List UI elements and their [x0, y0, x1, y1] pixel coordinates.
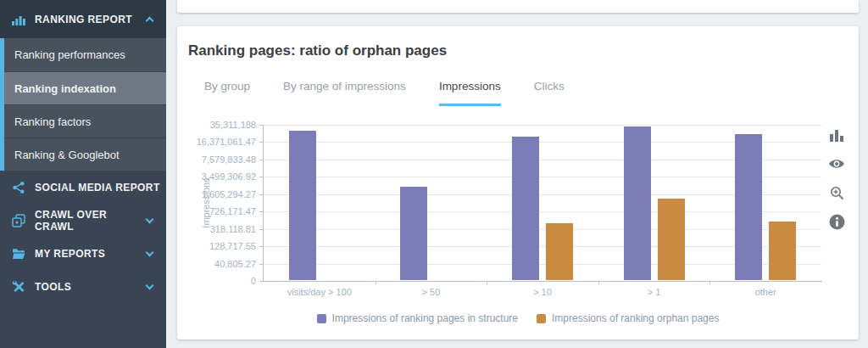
sidebar: RANKING REPORT Ranking performances Rank…	[0, 0, 166, 348]
y-tick-label: 7,579,833.48	[202, 154, 256, 165]
sidebar-item-crawl-over-crawl[interactable]: CRAWL OVER CRAWL	[0, 204, 166, 237]
sidebar-item-ranking-indexation[interactable]: Ranking indexation	[4, 71, 166, 104]
sidebar-item-label: RANKING REPORT	[35, 14, 147, 25]
y-axis-title: Impressions	[201, 177, 211, 227]
tools-icon	[11, 280, 26, 294]
previous-card-edge	[177, 0, 859, 13]
y-tick-label: 40,805.27	[214, 259, 256, 269]
legend-label: Impressions of ranking orphan pages	[552, 312, 719, 324]
x-category-label: other	[755, 287, 776, 297]
bar-orphan-pages[interactable]	[658, 199, 685, 280]
x-category-label: > 1	[648, 287, 661, 297]
sidebar-item-label: SOCIAL MEDIA REPORT	[35, 182, 166, 194]
legend-label: Impressions of ranking pages in structur…	[332, 312, 518, 324]
visibility-icon[interactable]	[828, 155, 845, 172]
chart-tabs: By group By range of impressions Impress…	[204, 80, 565, 106]
bar-pages-in-structure[interactable]	[512, 137, 539, 280]
chevron-up-icon	[146, 17, 154, 25]
sidebar-item-social-media-report[interactable]: SOCIAL MEDIA REPORT	[0, 171, 166, 204]
sidebar-item-label: Ranking indexation	[14, 82, 116, 95]
y-tick-mark	[259, 246, 264, 247]
legend-swatch	[537, 314, 546, 323]
sidebar-item-tools[interactable]: TOOLS	[0, 270, 166, 303]
ranking-orphan-pages-card: Ranking pages: ratio of orphan pages By …	[177, 26, 859, 340]
x-tick-mark	[487, 281, 487, 284]
tab-clicks[interactable]: Clicks	[534, 80, 565, 106]
zoom-in-icon[interactable]	[828, 184, 845, 201]
bar-pages-in-structure[interactable]	[735, 134, 762, 280]
legend-swatch	[317, 314, 326, 323]
y-tick-label: 1,605,294.27	[202, 189, 256, 199]
chart-toolbar	[828, 126, 845, 230]
x-tick-mark	[376, 281, 376, 284]
sidebar-item-label: Ranking factors	[14, 115, 91, 128]
y-tick-mark	[259, 125, 264, 126]
tab-impressions[interactable]: Impressions	[439, 80, 501, 106]
y-tick-mark	[259, 142, 264, 143]
info-icon[interactable]	[828, 213, 845, 230]
x-category-label: > 10	[533, 287, 552, 297]
sidebar-item-ranking-performances[interactable]: Ranking performances	[4, 38, 166, 71]
chevron-down-icon	[146, 215, 154, 223]
y-tick-mark	[259, 177, 264, 177]
legend-item[interactable]: Impressions of ranking orphan pages	[537, 312, 719, 324]
y-tick-mark	[259, 264, 264, 265]
tab-by-range-of-impressions[interactable]: By range of impressions	[283, 80, 406, 106]
tab-by-group[interactable]: By group	[204, 80, 250, 106]
y-tick-label: 0	[251, 276, 256, 286]
y-tick-label: 128,717.55	[209, 241, 256, 251]
sidebar-item-label: Ranking performances	[14, 48, 125, 61]
bar-chart-icon	[11, 13, 26, 26]
x-tick-mark	[709, 281, 710, 284]
x-category-label: > 50	[422, 287, 441, 297]
chevron-down-icon	[146, 248, 154, 256]
page-title: Ranking pages: ratio of orphan pages	[188, 42, 447, 59]
y-tick-mark	[259, 160, 264, 160]
chart-type-icon[interactable]	[828, 126, 845, 143]
copy-icon	[11, 214, 26, 227]
y-tick-label: 35,311,188	[210, 120, 256, 130]
bar-chart-plot: 040,805.27128,717.55318,118.81726,171.47…	[263, 125, 821, 281]
x-tick-mark	[598, 281, 599, 284]
gridline	[264, 125, 821, 126]
sidebar-item-ranking-googlebot[interactable]: Ranking & Googlebot	[4, 138, 166, 171]
x-axis-line	[264, 281, 822, 282]
legend-item[interactable]: Impressions of ranking pages in structur…	[317, 312, 518, 324]
folder-icon	[11, 247, 26, 261]
chevron-down-icon	[146, 281, 154, 289]
bar-pages-in-structure[interactable]	[624, 126, 651, 280]
y-tick-label: 726,171.47	[209, 206, 256, 216]
y-tick-label: 16,371,061.47	[197, 137, 256, 147]
bar-orphan-pages[interactable]	[769, 222, 796, 280]
sidebar-item-my-reports[interactable]: MY REPORTS	[0, 237, 166, 270]
ranking-report-submenu: Ranking performances Ranking indexation …	[0, 38, 166, 171]
y-tick-mark	[259, 229, 264, 230]
y-tick-mark	[259, 211, 264, 212]
sidebar-item-label: TOOLS	[35, 281, 147, 293]
x-category-label: visits/day > 100	[287, 287, 352, 297]
sidebar-item-label: CRAWL OVER CRAWL	[35, 209, 147, 233]
bar-pages-in-structure[interactable]	[289, 131, 316, 280]
y-tick-label: 318,118.81	[210, 224, 256, 234]
y-tick-label: 3,499,306.92	[202, 171, 256, 182]
bar-pages-in-structure[interactable]	[400, 187, 427, 280]
y-tick-mark	[259, 281, 264, 282]
y-tick-mark	[259, 194, 264, 195]
sidebar-item-ranking-report[interactable]: RANKING REPORT	[0, 0, 166, 38]
chart-legend: Impressions of ranking pages in structur…	[177, 312, 859, 324]
sidebar-item-ranking-factors[interactable]: Ranking factors	[4, 104, 166, 138]
sidebar-item-label: Ranking & Googlebot	[14, 149, 120, 161]
bar-orphan-pages[interactable]	[546, 223, 573, 280]
share-icon	[11, 181, 26, 194]
sidebar-item-label: MY REPORTS	[35, 248, 147, 260]
